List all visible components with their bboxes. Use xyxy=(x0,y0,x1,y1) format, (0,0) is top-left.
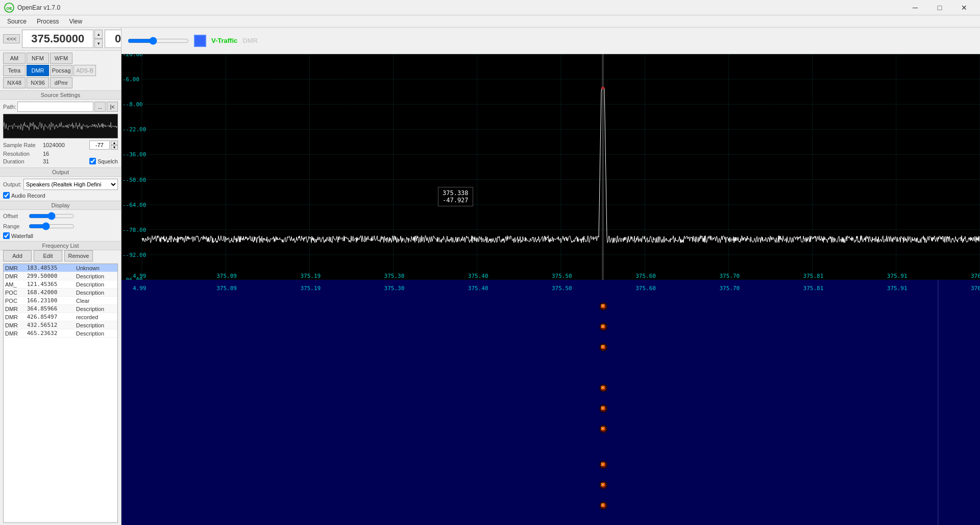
freq-num-cell: 465.23632 xyxy=(26,329,75,338)
path-browse-button[interactable]: ... xyxy=(94,102,106,112)
minimize-button[interactable]: ─ xyxy=(903,0,927,15)
mode-nfm[interactable]: NFM xyxy=(27,53,49,64)
close-button[interactable]: ✕ xyxy=(952,0,976,15)
range-slider[interactable] xyxy=(29,222,75,230)
squelch-up[interactable]: ▲ xyxy=(111,140,118,145)
offset-slider[interactable] xyxy=(29,212,75,220)
mode-dmr[interactable]: DMR xyxy=(27,65,49,76)
right-toolbar: V-Traffic DMR xyxy=(121,28,980,54)
freq-desc-cell: Description xyxy=(75,329,117,338)
display-header: Display xyxy=(0,201,121,210)
freq-num-cell: 166.23100 xyxy=(26,297,75,305)
table-row[interactable]: DMR 432.56512 Description xyxy=(4,321,117,329)
freq-type-cell: POC xyxy=(4,289,26,297)
titlebar: OE OpenEar v1.7.0 ─ □ ✕ xyxy=(0,0,980,15)
audio-record-label: Audio Record xyxy=(11,193,45,199)
waterfall-checkbox[interactable] xyxy=(3,232,10,239)
path-label: Path: xyxy=(3,104,16,110)
freq-num-cell: 364.85966 xyxy=(26,305,75,313)
mode-tetra[interactable]: Tetra xyxy=(3,65,26,76)
freq-type-cell: DMR xyxy=(4,305,26,313)
freq-type-cell: DMR xyxy=(4,313,26,321)
menu-source[interactable]: Source xyxy=(2,17,32,26)
mode-am[interactable]: AM xyxy=(3,53,26,64)
mode-row-3: NX48 NX96 dPmr xyxy=(3,77,118,88)
left-panel: <<< ▲ ▼ ■ ◄ AM NFM WFM Tetra DMR Po xyxy=(0,28,121,525)
mode-pocsag[interactable]: Pocsag xyxy=(50,65,72,76)
freq-desc-cell: Unknown xyxy=(75,264,117,272)
freq-down-button[interactable]: ▼ xyxy=(94,39,103,48)
waterfall-label: Waterfall xyxy=(11,233,33,239)
mode-nx48[interactable]: NX48 xyxy=(3,77,26,88)
squelch-spinner: ▲ ▼ xyxy=(111,140,118,150)
spectrum-canvas xyxy=(121,54,980,525)
freq-num-cell: 299.50000 xyxy=(26,272,75,280)
audio-record-checkbox[interactable] xyxy=(3,192,10,199)
app-title: OpenEar v1.7.0 xyxy=(17,4,60,11)
squelch-main-slider[interactable] xyxy=(128,37,189,45)
dmr-toolbar-label: DMR xyxy=(242,37,258,44)
titlebar-left: OE OpenEar v1.7.0 xyxy=(4,3,60,13)
toolbar: <<< ▲ ▼ ■ ◄ xyxy=(0,28,121,51)
app-logo-icon: OE xyxy=(4,3,14,13)
edit-frequency-button[interactable]: Edit xyxy=(34,250,62,261)
menubar: Source Process View xyxy=(0,15,980,28)
table-row[interactable]: DMR 183.48535 Unknown xyxy=(4,264,117,272)
output-section: Output: Speakers (Realtek High Defini Au… xyxy=(0,177,121,201)
table-row[interactable]: DMR 426.85497 recorded xyxy=(4,313,117,321)
waveform-display xyxy=(3,114,118,138)
path-row: Path: ... |< xyxy=(3,102,118,112)
freq-type-cell: DMR xyxy=(4,264,26,272)
vtraffic-label: V-Traffic xyxy=(211,37,237,44)
freq-desc-cell: Description xyxy=(75,289,117,297)
freq-desc-cell: Description xyxy=(75,305,117,313)
table-row[interactable]: DMR 299.50000 Description xyxy=(4,272,117,280)
main-layout: <<< ▲ ▼ ■ ◄ AM NFM WFM Tetra DMR Po xyxy=(0,28,980,525)
freq-type-cell: POC xyxy=(4,297,26,305)
remove-frequency-button[interactable]: Remove xyxy=(64,250,93,261)
output-label: Output: xyxy=(3,181,21,187)
mode-nx96[interactable]: NX96 xyxy=(27,77,49,88)
output-select[interactable]: Speakers (Realtek High Defini xyxy=(23,179,118,190)
table-row[interactable]: DMR 364.85966 Description xyxy=(4,305,117,313)
resolution-row: Resolution 16 xyxy=(3,151,118,157)
frequency-input[interactable] xyxy=(22,30,93,48)
display-section: Offset Range Waterfall xyxy=(0,210,121,241)
range-row: Range xyxy=(3,222,118,230)
frequency-list-section: Add Edit Remove DMR 183.48535 UnknownDMR… xyxy=(0,250,121,525)
output-row: Output: Speakers (Realtek High Defini xyxy=(3,179,118,190)
squelch-down[interactable]: ▼ xyxy=(111,145,118,150)
table-row[interactable]: DMR 465.23632 Description xyxy=(4,329,117,338)
menu-view[interactable]: View xyxy=(64,17,87,26)
source-settings: Path: ... |< Sample Rate 1024000 ▲ ▼ xyxy=(0,100,121,168)
add-frequency-button[interactable]: Add xyxy=(3,250,32,261)
maximize-button[interactable]: □ xyxy=(928,0,951,15)
squelch-checkbox[interactable] xyxy=(89,158,96,164)
freq-num-cell: 432.56512 xyxy=(26,321,75,329)
mode-dpmr[interactable]: dPmr xyxy=(50,77,72,88)
freq-num-cell: 426.85497 xyxy=(26,313,75,321)
spectrum-container: 375.338 -47.927 xyxy=(121,54,980,525)
path-input[interactable] xyxy=(17,102,93,112)
duration-value: 31 xyxy=(43,158,49,164)
mode-wfm[interactable]: WFM xyxy=(50,53,72,64)
resolution-value: 16 xyxy=(43,151,49,157)
right-panel: V-Traffic DMR 375.338 -47.927 xyxy=(121,28,980,525)
menu-process[interactable]: Process xyxy=(32,17,64,26)
squelch-input[interactable] xyxy=(89,140,110,150)
back-button[interactable]: <<< xyxy=(3,34,20,43)
volume-input[interactable] xyxy=(105,30,121,48)
table-row[interactable]: POC 168.42000 Description xyxy=(4,289,117,297)
frequency-spinner: ▲ ▼ xyxy=(94,30,103,48)
freq-num-cell: 168.42000 xyxy=(26,289,75,297)
mode-buttons: AM NFM WFM Tetra DMR Pocsag ADS-B NX48 N… xyxy=(0,51,121,90)
table-row[interactable]: AM_ 121.45365 Description xyxy=(4,280,117,289)
freq-up-button[interactable]: ▲ xyxy=(94,30,103,39)
freq-desc-cell: Clear xyxy=(75,297,117,305)
frequency-table-body: DMR 183.48535 UnknownDMR 299.50000 Descr… xyxy=(4,264,117,338)
mode-row-1: AM NFM WFM xyxy=(3,53,118,64)
path-go-button[interactable]: |< xyxy=(107,102,118,112)
table-row[interactable]: POC 166.23100 Clear xyxy=(4,297,117,305)
mode-adsb[interactable]: ADS-B xyxy=(74,65,96,76)
freq-type-cell: DMR xyxy=(4,321,26,329)
